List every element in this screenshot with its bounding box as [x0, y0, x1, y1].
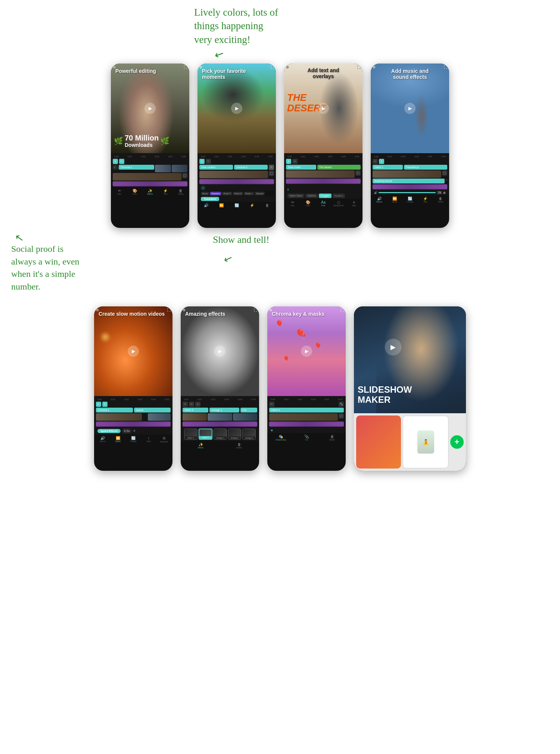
tb-speed-p4[interactable]: ⏩Speed	[387, 197, 402, 203]
expand-icon-3[interactable]: ⛶	[357, 65, 361, 69]
mute-p7[interactable]: ◯	[339, 413, 344, 418]
vintage1-chip[interactable]: Vintage 1	[209, 408, 239, 412]
tb-speed-2[interactable]: ⏩	[214, 203, 229, 207]
trans-push-s[interactable]: Push S	[233, 192, 243, 195]
edit-icon[interactable]: ✂	[119, 159, 124, 164]
reset-icon-p5[interactable]: ↺	[133, 429, 136, 433]
tb-edit[interactable]: ✏ Edit	[112, 189, 127, 195]
effect-thumb-3[interactable]: Vintage 1	[214, 429, 227, 440]
expand-icon-7[interactable]: ⛶	[340, 308, 344, 312]
scissors-p6[interactable]: ✂	[183, 402, 188, 407]
tools-p7[interactable]: 🔧	[339, 402, 344, 407]
chroma-chip[interactable]: Chroma 1	[119, 165, 154, 170]
speed-chip-p5[interactable]: Speed	[134, 408, 171, 412]
chroma3-chip[interactable]: Chroma 3	[234, 165, 268, 170]
tb-delete-p4[interactable]: 🗑Delete	[433, 197, 448, 203]
tb-clip-p7[interactable]: 📎Clip	[294, 435, 320, 441]
glitch3-p7[interactable]: Glitch 3	[269, 408, 344, 412]
tb-font-p3[interactable]: AaFont	[315, 200, 331, 207]
effect-thumb-2[interactable]: Glitch 3	[199, 429, 213, 440]
tb-split-2[interactable]: ⚡	[245, 203, 260, 207]
vol-slider-p4[interactable]	[379, 192, 436, 193]
tb-effects[interactable]: ✨ Effects	[142, 189, 158, 195]
expand-icon[interactable]: ⛶	[184, 65, 187, 69]
chroma1-chip-p5[interactable]: Chroma 1	[96, 408, 133, 412]
play-btn-2[interactable]: ▶	[231, 103, 242, 114]
tb-edit-p3[interactable]: ✏Edit	[285, 200, 300, 207]
slow-motio-chip[interactable]: Slow motio	[286, 165, 316, 170]
glitch3-chip[interactable]: Glitch 3	[183, 408, 208, 412]
add-slideshow-btn[interactable]: +	[450, 435, 464, 449]
tb-split-p4[interactable]: ⚡Split	[418, 197, 433, 203]
mute-p4[interactable]: ◯	[442, 170, 447, 176]
tb-effects-p6[interactable]: ✨Effects	[181, 442, 220, 449]
ss-play-btn[interactable]: ▶	[385, 339, 402, 355]
trans-none[interactable]: None	[201, 192, 209, 195]
scissors-icon[interactable]: ✂	[206, 159, 211, 164]
text-icon-p3[interactable]: T	[286, 159, 291, 164]
play-btn-5[interactable]: ▶	[128, 346, 139, 357]
tb-duplicate-p5[interactable]: ⧉Duplicate	[156, 436, 172, 443]
mute-icon[interactable]: ◯	[182, 173, 187, 178]
scissors2-p6[interactable]: ✂	[189, 402, 194, 407]
expand-icon-5[interactable]: ⛶	[167, 308, 171, 312]
mute-p3[interactable]: ◯	[355, 170, 361, 176]
tb-color[interactable]: 🎨 Color	[127, 189, 142, 195]
tb-volume-2[interactable]: 🔊	[198, 203, 214, 207]
trans-reveal[interactable]: Reveal	[255, 192, 265, 195]
tb-delete-p6[interactable]: 🗑Delete	[220, 442, 258, 449]
text-p4[interactable]: T	[379, 159, 384, 164]
effect-thumb-1[interactable]: Glitch 2	[184, 429, 197, 440]
glitch1-chip[interactable]: Glitch 1	[373, 165, 403, 170]
tb-change-p4[interactable]: 🔄Change	[402, 197, 417, 203]
font-oxygen[interactable]: Oxygen	[319, 194, 332, 198]
trans-push-t[interactable]: Push T	[222, 192, 232, 195]
play-btn-3[interactable]: ▶	[318, 103, 329, 114]
font-open-sans[interactable]: Open Sans	[287, 194, 304, 198]
tb-split[interactable]: ⚡ Split	[158, 189, 173, 195]
mute-p2[interactable]: ◯	[269, 171, 274, 176]
tb-volume-p5[interactable]: 🔊Volume	[95, 436, 110, 443]
tb-align-p3[interactable]: ≡Align	[346, 200, 362, 207]
effect-thumb-4[interactable]: Vintage 2	[228, 429, 242, 440]
tb-bg-p3[interactable]: ◻Background	[331, 200, 346, 207]
trans-random[interactable]: Random	[210, 192, 221, 195]
tb-fade-p5[interactable]: ↕Fade	[141, 436, 156, 443]
peaceful-chip[interactable]: Peaceful pi	[404, 165, 447, 170]
slow-motion-chip[interactable]: Slow motion	[199, 165, 233, 170]
desert-chip[interactable]: The desert	[317, 165, 361, 170]
tb-del-p7[interactable]: 🗑Delete	[319, 435, 345, 441]
scissors-p7[interactable]: ✂	[269, 402, 274, 407]
tb-volume-p4[interactable]: 🔊Volume	[371, 197, 387, 203]
play-btn-6[interactable]: ▶	[214, 346, 225, 357]
font-optima[interactable]: Optima	[305, 194, 318, 198]
expand-icon-6[interactable]: ⛶	[254, 308, 257, 312]
play-btn-7[interactable]: ▶	[301, 346, 312, 357]
tb-ck-p7[interactable]: 🎭Chroma Key	[268, 435, 294, 441]
scissors-p3[interactable]: ✂	[292, 159, 298, 164]
tb-speed-p5[interactable]: ⏩Speed	[110, 436, 125, 443]
scissors3-p6[interactable]: ✂	[195, 402, 200, 407]
text-icon[interactable]: T	[113, 159, 118, 164]
ss-thumb-1[interactable]	[356, 415, 401, 469]
text-p5[interactable]: T	[102, 402, 108, 407]
font-pacifico[interactable]: Pacifico	[333, 194, 345, 198]
settings-icon-4[interactable]: ⚙	[373, 65, 376, 69]
transition-active[interactable]: Transition	[201, 197, 219, 201]
tb-change-2[interactable]: 🔄	[229, 203, 244, 207]
tb-delete-2[interactable]: 🗑	[260, 203, 275, 207]
x-icon[interactable]: ✕	[269, 165, 274, 170]
speed-pill-p5[interactable]: Speed Effects	[97, 429, 121, 433]
scissors-p5[interactable]: ✂	[96, 402, 101, 407]
babbling-brook-chip[interactable]: Babbling Brook	[373, 179, 445, 183]
tb-color-p3[interactable]: 🎨Color	[300, 200, 315, 207]
text-icon-2[interactable]: T	[199, 159, 205, 164]
settings-icon-3[interactable]: ⚙	[286, 65, 289, 69]
expand-icon-4[interactable]: ⛶	[444, 65, 447, 69]
ss-thumb-2[interactable]: 🧘	[402, 415, 449, 469]
expand-icon-2[interactable]: ⛶	[271, 65, 274, 69]
scissors-p4[interactable]: ✂	[373, 159, 378, 164]
play-btn-4[interactable]: ▶	[404, 103, 416, 114]
tb-delete[interactable]: 🗑 Delete	[173, 189, 189, 195]
effect-thumb-5[interactable]: Vintage 3	[242, 429, 256, 440]
